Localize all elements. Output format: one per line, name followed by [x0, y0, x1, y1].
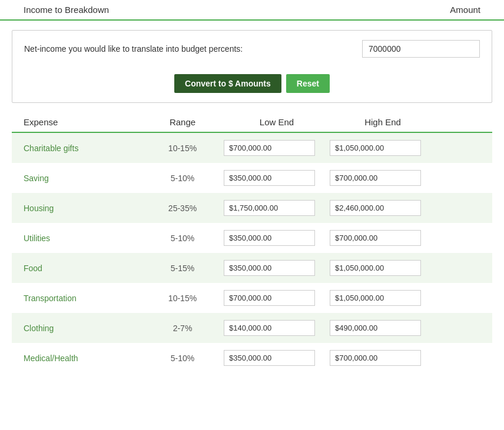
- table-row: Food 5-15%: [12, 253, 492, 283]
- high-end-cell: [330, 200, 436, 216]
- high-end-input[interactable]: [330, 350, 421, 366]
- low-end-input[interactable]: [224, 140, 315, 156]
- table-row: Transportation 10-15%: [12, 283, 492, 313]
- high-end-cell: [330, 230, 436, 246]
- table-row: Clothing 2-7%: [12, 313, 492, 343]
- low-end-input[interactable]: [224, 170, 315, 186]
- low-end-input[interactable]: [224, 350, 315, 366]
- high-end-input[interactable]: [330, 200, 421, 216]
- low-end-input[interactable]: [224, 290, 315, 306]
- low-end-cell: [224, 350, 330, 366]
- high-end-input[interactable]: [330, 290, 421, 306]
- low-end-input[interactable]: [224, 230, 315, 246]
- high-end-input[interactable]: [330, 230, 421, 246]
- low-end-cell: [224, 170, 330, 186]
- high-end-input[interactable]: [330, 260, 421, 276]
- expense-name: Charitable gifts: [24, 144, 141, 153]
- table-row: Charitable gifts 10-15%: [12, 133, 492, 163]
- high-end-input[interactable]: [330, 170, 421, 186]
- table-row: Medical/Health 5-10%: [12, 343, 492, 373]
- low-end-cell: [224, 230, 330, 246]
- col-high: High End: [330, 117, 436, 127]
- table-header: Expense Range Low End High End: [12, 112, 492, 133]
- low-end-cell: [224, 260, 330, 276]
- expense-name: Housing: [24, 204, 141, 213]
- range-value: 5-10%: [141, 234, 224, 243]
- expense-table: Expense Range Low End High End Charitabl…: [12, 112, 492, 373]
- reset-button[interactable]: Reset: [286, 74, 330, 93]
- expense-name: Clothing: [24, 324, 141, 333]
- table-row: Housing 25-35%: [12, 193, 492, 223]
- expense-name: Saving: [24, 174, 141, 183]
- high-end-cell: [330, 350, 436, 366]
- high-end-input[interactable]: [330, 140, 421, 156]
- low-end-input[interactable]: [224, 200, 315, 216]
- expense-name: Food: [24, 264, 141, 273]
- low-end-cell: [224, 320, 330, 336]
- button-row: Convert to $ Amounts Reset: [12, 67, 492, 102]
- range-value: 5-15%: [141, 264, 224, 273]
- range-value: 5-10%: [141, 354, 224, 363]
- high-end-cell: [330, 320, 436, 336]
- high-end-cell: [330, 290, 436, 306]
- table-body: Charitable gifts 10-15% Saving 5-10% Hou…: [12, 133, 492, 373]
- table-row: Saving 5-10%: [12, 163, 492, 193]
- net-income-input[interactable]: [362, 40, 480, 58]
- high-end-cell: [330, 260, 436, 276]
- low-end-input[interactable]: [224, 260, 315, 276]
- expense-name: Transportation: [24, 294, 141, 303]
- range-value: 2-7%: [141, 324, 224, 333]
- high-end-input[interactable]: [330, 320, 421, 336]
- page-header: Income to Breakdown Amount: [0, 0, 504, 21]
- range-value: 10-15%: [141, 144, 224, 153]
- high-end-cell: [330, 170, 436, 186]
- col-expense: Expense: [24, 117, 141, 127]
- amount-label: Amount: [450, 5, 480, 15]
- income-breakdown-label: Income to Breakdown: [24, 5, 109, 15]
- expense-name: Utilities: [24, 234, 141, 243]
- range-value: 5-10%: [141, 174, 224, 183]
- income-section: Net-income you would like to translate i…: [12, 30, 492, 103]
- net-income-label: Net-income you would like to translate i…: [24, 44, 243, 54]
- high-end-cell: [330, 140, 436, 156]
- expense-name: Medical/Health: [24, 354, 141, 363]
- low-end-cell: [224, 140, 330, 156]
- range-value: 25-35%: [141, 204, 224, 213]
- low-end-input[interactable]: [224, 320, 315, 336]
- col-range: Range: [141, 117, 224, 127]
- convert-button[interactable]: Convert to $ Amounts: [174, 74, 281, 93]
- low-end-cell: [224, 290, 330, 306]
- table-row: Utilities 5-10%: [12, 223, 492, 253]
- range-value: 10-15%: [141, 294, 224, 303]
- low-end-cell: [224, 200, 330, 216]
- col-low: Low End: [224, 117, 330, 127]
- income-input-row: Net-income you would like to translate i…: [12, 31, 492, 67]
